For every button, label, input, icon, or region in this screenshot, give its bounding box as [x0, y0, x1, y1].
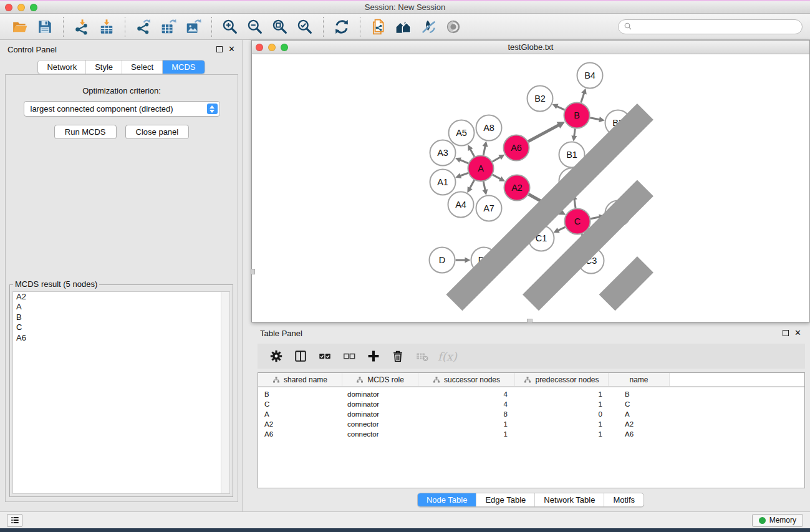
tab-network-table[interactable]: Network Table	[535, 493, 604, 506]
table-header-filler	[670, 373, 804, 386]
horizontal-scroll-indicator[interactable]	[527, 319, 533, 323]
cell-successor-nodes[interactable]: 1	[418, 420, 515, 428]
vertical-scroll-indicator[interactable]	[251, 269, 255, 274]
mcds-result-item[interactable]: A6	[13, 333, 229, 343]
cell-shared-name[interactable]: C	[258, 400, 342, 408]
network-maximize-icon[interactable]	[281, 44, 288, 51]
float-panel-icon[interactable]	[216, 46, 223, 52]
toolbar-separator	[360, 17, 360, 37]
tab-mcds[interactable]: MCDS	[163, 60, 204, 74]
close-table-panel-icon[interactable]: ✕	[794, 330, 801, 336]
task-history-button[interactable]	[7, 514, 22, 527]
settings-gear-button[interactable]	[265, 346, 287, 366]
mcds-result-item[interactable]: A2	[13, 292, 229, 302]
cell-shared-name[interactable]: B	[258, 390, 342, 398]
cell-shared-name[interactable]: A2	[258, 420, 342, 428]
homes-button[interactable]	[391, 16, 416, 37]
table-row[interactable]: Adominator80A	[258, 409, 804, 419]
cell-predecessor-nodes[interactable]: 1	[515, 390, 609, 398]
export-network-button[interactable]	[131, 16, 156, 37]
cell-successor-nodes[interactable]: 1	[418, 430, 515, 438]
network-canvas[interactable]: B4B2BB3A5A8A6A3AB1A1A2C2A4A7CC4C1C3DD1	[252, 54, 809, 322]
tab-network[interactable]: Network	[38, 60, 86, 74]
table-row[interactable]: Bdominator41B	[258, 389, 804, 399]
criterion-select[interactable]: largest connected component (directed)	[24, 101, 220, 117]
export-image-button[interactable]	[181, 16, 206, 37]
column-header-successor-nodes[interactable]: successor nodes	[418, 373, 515, 386]
mcds-result-item[interactable]: A	[13, 302, 229, 312]
close-panel-button[interactable]: Close panel	[125, 125, 190, 139]
cell-mcds-role[interactable]: connector	[342, 420, 418, 428]
window-titlebar: Session: New Session	[0, 0, 810, 14]
open-file-icon	[12, 19, 28, 35]
cell-successor-nodes[interactable]: 4	[418, 390, 515, 398]
resize-grip-icon[interactable]	[252, 54, 809, 322]
mcds-panel: Optimization criterion: largest connecte…	[5, 74, 238, 502]
clone-network-button[interactable]	[366, 16, 391, 37]
cell-mcds-role[interactable]: dominator	[342, 400, 418, 408]
zoom-in-button[interactable]	[218, 16, 243, 37]
run-mcds-button[interactable]: Run MCDS	[54, 125, 117, 139]
column-header-name[interactable]: name	[609, 373, 670, 386]
search-field[interactable]	[618, 19, 803, 34]
cell-name[interactable]: B	[609, 390, 670, 398]
network-minimize-icon[interactable]	[268, 44, 276, 51]
table-row[interactable]: Cdominator41C	[258, 399, 804, 409]
minimize-window-icon[interactable]	[17, 4, 25, 11]
cell-name[interactable]: C	[609, 400, 670, 408]
zoom-out-button[interactable]	[243, 16, 268, 37]
hide-annotations-button[interactable]	[416, 16, 441, 37]
mcds-result-item[interactable]: C	[13, 322, 229, 332]
cell-successor-nodes[interactable]: 8	[418, 410, 515, 418]
tab-motifs[interactable]: Motifs	[604, 493, 644, 506]
import-network-button[interactable]	[69, 16, 94, 37]
mcds-result-item[interactable]: B	[13, 312, 229, 322]
columns-button[interactable]	[289, 346, 312, 366]
refresh-button[interactable]	[329, 16, 354, 37]
table-row[interactable]: A6connector11A6	[258, 429, 804, 439]
zoom-fit-button[interactable]	[268, 16, 292, 37]
tab-style[interactable]: Style	[86, 60, 122, 74]
mcds-result-list[interactable]: A2ABCA6	[12, 291, 230, 494]
column-header-mcds-role[interactable]: MCDS role	[342, 373, 418, 386]
save-session-button[interactable]	[32, 16, 57, 37]
cell-mcds-role[interactable]: dominator	[342, 410, 418, 418]
cell-predecessor-nodes[interactable]: 0	[515, 410, 609, 418]
open-file-button[interactable]	[7, 16, 32, 37]
cell-shared-name[interactable]: A	[258, 410, 342, 418]
cell-successor-nodes[interactable]: 4	[418, 400, 515, 408]
float-table-panel-icon[interactable]	[783, 330, 789, 336]
select-all-button[interactable]	[314, 346, 336, 366]
table-row[interactable]: A2connector11A2	[258, 419, 804, 429]
delete-column-button[interactable]	[387, 346, 409, 366]
cell-predecessor-nodes[interactable]: 1	[515, 430, 609, 438]
cell-mcds-role[interactable]: connector	[342, 430, 418, 438]
search-input[interactable]	[635, 22, 797, 31]
zoom-selected-button[interactable]	[292, 16, 317, 37]
cell-mcds-role[interactable]: dominator	[342, 390, 418, 398]
cell-name[interactable]: A6	[609, 430, 670, 438]
column-header-shared-name[interactable]: shared name	[258, 373, 342, 386]
cell-predecessor-nodes[interactable]: 1	[515, 420, 609, 428]
tab-edge-table[interactable]: Edge Table	[476, 493, 535, 506]
cell-shared-name[interactable]: A6	[258, 430, 342, 438]
cell-name[interactable]: A2	[609, 420, 670, 428]
column-header-predecessor-nodes[interactable]: predecessor nodes	[515, 373, 609, 386]
tab-node-table[interactable]: Node Table	[418, 493, 477, 506]
show-graphics-details-button[interactable]	[441, 16, 466, 37]
deselect-all-button[interactable]	[338, 346, 360, 366]
cell-predecessor-nodes[interactable]: 1	[515, 400, 609, 408]
memory-button[interactable]: Memory	[752, 514, 803, 527]
export-table-button[interactable]	[156, 16, 181, 37]
import-table-button[interactable]	[94, 16, 119, 37]
close-panel-icon[interactable]: ✕	[228, 46, 235, 52]
add-column-button[interactable]	[362, 346, 385, 366]
network-close-icon[interactable]	[256, 44, 263, 51]
mcds-list-scrollbar[interactable]	[221, 292, 229, 493]
maximize-window-icon[interactable]	[30, 4, 37, 11]
tab-select[interactable]: Select	[122, 60, 163, 74]
toolbar-separator	[125, 17, 125, 37]
cell-name[interactable]: A	[609, 410, 670, 418]
close-window-icon[interactable]	[5, 4, 12, 11]
main-toolbar-groups	[7, 16, 466, 37]
